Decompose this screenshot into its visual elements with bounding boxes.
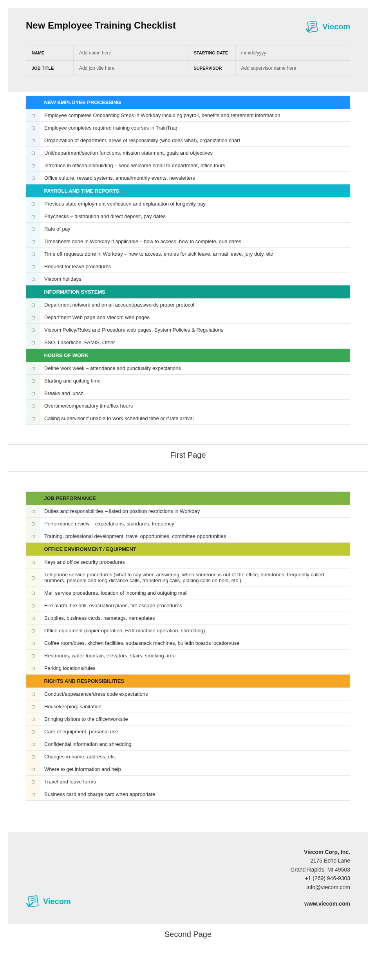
- checklist-item-text: Define work week – attendance and punctu…: [40, 362, 350, 375]
- checklist-item-text: Time off requests done in Workday – how …: [40, 248, 350, 260]
- checkbox[interactable]: ▢: [26, 109, 40, 122]
- checkbox[interactable]: ▢: [26, 198, 40, 210]
- checkbox[interactable]: ▢: [26, 556, 40, 569]
- company-address1: 2175 Echo Lane: [290, 856, 350, 865]
- jobtitle-field[interactable]: Add job title here: [74, 61, 188, 76]
- section-title: JOB PERFORMANCE: [40, 492, 350, 505]
- checklist-item-text: Office equipment (copier operation, FAX …: [40, 624, 350, 637]
- checkbox[interactable]: ▢: [26, 387, 40, 400]
- checkbox[interactable]: ▢: [26, 518, 40, 530]
- section-header: HOURS OF WORK: [26, 349, 350, 362]
- checkbox[interactable]: ▢: [26, 713, 40, 726]
- checkbox[interactable]: ▢: [26, 210, 40, 223]
- checklist-table-p1: NEW EMPLOYEE PROCESSING▢Employee complet…: [26, 96, 350, 425]
- svg-line-1: [310, 23, 315, 24]
- page2-label: Second Page: [8, 930, 368, 939]
- checklist-row: ▢Request for leave procedures: [26, 260, 350, 273]
- checkbox[interactable]: ▢: [26, 688, 40, 700]
- checklist-row: ▢Parking locations/rules: [26, 662, 350, 675]
- checkbox[interactable]: ▢: [26, 751, 40, 763]
- footer-logo: Viecom: [26, 895, 71, 908]
- checkbox[interactable]: ▢: [26, 726, 40, 738]
- checklist-row: ▢Department network and email account/pa…: [26, 299, 350, 311]
- checkbox[interactable]: ▢: [26, 650, 40, 662]
- checkbox[interactable]: ▢: [26, 738, 40, 751]
- checkbox[interactable]: ▢: [26, 530, 40, 543]
- company-address2: Grand Rapids, MI 49503: [290, 865, 350, 874]
- checklist-row: ▢Changes in name, address, etc.: [26, 751, 350, 763]
- checklist-row: ▢Rate of pay: [26, 223, 350, 235]
- checkbox[interactable]: ▢: [26, 375, 40, 387]
- checklist-item-text: Request for leave procedures: [40, 260, 350, 273]
- checkbox[interactable]: ▢: [26, 612, 40, 624]
- checkbox[interactable]: ▢: [26, 147, 40, 159]
- checklist-item-text: Care of equipment, personal use: [40, 726, 350, 738]
- checkbox[interactable]: ▢: [26, 624, 40, 637]
- checklist-item-text: Performance review – expectations, stand…: [40, 518, 350, 530]
- checklist-row: ▢Introduce in office/unit/building – sen…: [26, 159, 350, 172]
- checkbox[interactable]: ▢: [26, 172, 40, 184]
- checklist-item-text: Calling supervisor if unable to work sch…: [40, 412, 350, 425]
- document-title: New Employee Training Checklist: [26, 20, 176, 31]
- page-2: JOB PERFORMANCE▢Duties and responsibilit…: [8, 471, 368, 924]
- checkbox[interactable]: ▢: [26, 159, 40, 172]
- checklist-row: ▢Supplies, business cards, nametags, nam…: [26, 612, 350, 624]
- brand-logo: Viecom: [305, 20, 350, 33]
- company-phone: +1 (269) 946-9303: [290, 874, 350, 883]
- checkbox[interactable]: ▢: [26, 235, 40, 248]
- checkbox[interactable]: ▢: [26, 324, 40, 336]
- checkbox[interactable]: ▢: [26, 637, 40, 650]
- checklist-row: ▢Care of equipment, personal use: [26, 726, 350, 738]
- checkbox[interactable]: ▢: [26, 599, 40, 612]
- section-header: NEW EMPLOYEE PROCESSING: [26, 96, 350, 109]
- clipboard-icon: [305, 20, 320, 33]
- checkbox[interactable]: ▢: [26, 763, 40, 776]
- checklist-item-text: Keys and office security procedures: [40, 556, 350, 569]
- checklist-row: ▢Unit/department/section functions, miss…: [26, 147, 350, 159]
- date-field[interactable]: mm/dd/yyyy: [235, 45, 350, 61]
- checklist-row: ▢Business card and charge card when appr…: [26, 788, 350, 801]
- checkbox[interactable]: ▢: [26, 122, 40, 134]
- checklist-item-text: Business card and charge card when appro…: [40, 788, 350, 801]
- checkbox[interactable]: ▢: [26, 260, 40, 273]
- checklist-row: ▢Telephone service procedures (what to s…: [26, 569, 350, 587]
- checklist-row: ▢Time off requests done in Workday – how…: [26, 248, 350, 260]
- section-header: PAYROLL AND TIME REPORTS: [26, 184, 350, 198]
- checklist-item-text: Where to get information and help: [40, 763, 350, 776]
- checkbox[interactable]: ▢: [26, 776, 40, 788]
- checkbox[interactable]: ▢: [26, 587, 40, 599]
- checklist-row: ▢Previous state employment verification …: [26, 198, 350, 210]
- checklist-item-text: Employee completes Onboarding Steps in W…: [40, 109, 350, 122]
- checklist-row: ▢Fire alarm, fire drill, evacuation plan…: [26, 599, 350, 612]
- checkbox[interactable]: ▢: [26, 505, 40, 518]
- checkbox[interactable]: ▢: [26, 311, 40, 324]
- company-info: Viecom Corp, Inc. 2175 Echo Lane Grand R…: [290, 848, 350, 908]
- header-block: New Employee Training Checklist Viecom N…: [8, 8, 368, 92]
- checklist-item-text: Parking locations/rules: [40, 662, 350, 675]
- checkbox[interactable]: ▢: [26, 248, 40, 260]
- checklist-item-text: Starting and quitting time: [40, 375, 350, 387]
- checklist-row: ▢Restrooms, water fountain, elevators, s…: [26, 650, 350, 662]
- checkbox[interactable]: ▢: [26, 412, 40, 425]
- supervisor-field[interactable]: Add supervisor name here: [235, 61, 350, 76]
- svg-line-2: [311, 25, 315, 26]
- checkbox[interactable]: ▢: [26, 362, 40, 375]
- checklist-item-text: Office culture, reward systems, annual/m…: [40, 172, 350, 184]
- checkbox[interactable]: ▢: [26, 299, 40, 311]
- checkbox[interactable]: ▢: [26, 569, 40, 587]
- checkbox[interactable]: ▢: [26, 662, 40, 675]
- checkbox[interactable]: ▢: [26, 134, 40, 147]
- checkbox[interactable]: ▢: [26, 700, 40, 713]
- checkbox[interactable]: ▢: [26, 788, 40, 801]
- checkbox[interactable]: ▢: [26, 400, 40, 412]
- checkbox[interactable]: ▢: [26, 223, 40, 235]
- checklist-item-text: Travel and leave forms: [40, 776, 350, 788]
- checklist-row: ▢Viecom Policy/Rules and Procedure web p…: [26, 324, 350, 336]
- brand-name: Viecom: [322, 22, 350, 31]
- checkbox[interactable]: ▢: [26, 336, 40, 349]
- checkbox[interactable]: ▢: [26, 273, 40, 285]
- section-header: OFFICE ENVIRONMENT / EQUIPMENT: [26, 543, 350, 556]
- checklist-row: ▢Department Web page and Viecom web page…: [26, 311, 350, 324]
- checklist-row: ▢Employee completes Onboarding Steps in …: [26, 109, 350, 122]
- name-field[interactable]: Add name here: [74, 45, 188, 61]
